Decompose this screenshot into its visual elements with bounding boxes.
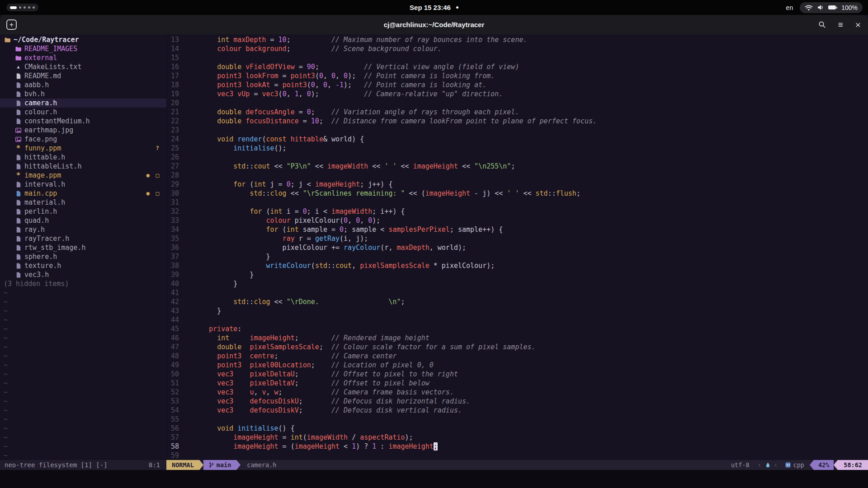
tree-item[interactable]: bvh.h bbox=[0, 89, 166, 99]
line-number: 30 bbox=[167, 189, 201, 198]
code-line[interactable]: 36 pixelColour += rayColour(r, maxDepth,… bbox=[167, 243, 868, 252]
line-number: 58 bbox=[167, 442, 201, 451]
tree-item[interactable]: earthmap.jpg bbox=[0, 126, 166, 135]
code-line[interactable]: 29 for (int j = 0; j < imageHeight; j++)… bbox=[167, 180, 868, 189]
code-line[interactable]: 57 imageHeight = int(imageWidth / aspect… bbox=[167, 433, 868, 442]
tree-item-label: material.h bbox=[24, 198, 65, 207]
tree-item-label: external bbox=[24, 53, 57, 62]
code-line[interactable]: 42 std::clog << "\rDone. \n"; bbox=[167, 297, 868, 306]
tree-item[interactable]: constantMedium.h bbox=[0, 117, 166, 126]
tree-item[interactable]: ~/Code/Raytracer bbox=[0, 35, 166, 44]
tree-item[interactable]: colour.h bbox=[0, 108, 166, 117]
line-number: 54 bbox=[167, 406, 201, 415]
code-line[interactable]: 27 std::cout << "P3\n" << imageWidth << … bbox=[167, 162, 868, 171]
tree-item[interactable]: vec3.h bbox=[0, 270, 166, 279]
line-number: 36 bbox=[167, 243, 201, 252]
code-line[interactable]: 20 bbox=[167, 99, 868, 108]
empty-line-tilde: ~ bbox=[0, 451, 166, 460]
tree-item[interactable]: rayTracer.h bbox=[0, 234, 166, 243]
code-line[interactable]: 52 vec3 u, v, w; // Camera frame basis v… bbox=[167, 388, 868, 397]
code-line[interactable]: 49 point3 pixel00Location; // Location o… bbox=[167, 361, 868, 370]
tree-item[interactable]: external bbox=[0, 53, 166, 62]
code-line[interactable]: 33 colour pixelColour(0, 0, 0); bbox=[167, 216, 868, 225]
tree-item[interactable]: interval.h bbox=[0, 180, 166, 189]
tree-item[interactable]: hittableList.h bbox=[0, 162, 166, 171]
code-line[interactable]: 17 point3 lookFrom = point3(0, 0, 0); //… bbox=[167, 71, 868, 80]
code-line[interactable]: 14 colour background; // Scene backgroun… bbox=[167, 44, 868, 53]
cursor-location: 58:62 bbox=[838, 460, 868, 470]
code-line[interactable]: 19 vec3 vUp = vec3(0, 1, 0); // Camera-r… bbox=[167, 89, 868, 99]
close-icon[interactable]: × bbox=[855, 19, 861, 30]
clock[interactable]: Sep 15 23:46 bbox=[410, 4, 451, 11]
line-number: 49 bbox=[167, 361, 201, 370]
code-line[interactable]: 22 double focusDistance = 10; // Distanc… bbox=[167, 117, 868, 126]
tree-item[interactable]: material.h bbox=[0, 198, 166, 207]
tree-item[interactable]: main.cpp● □ bbox=[0, 189, 166, 198]
code-line[interactable]: 58 imageHeight = (imageHeight < 1) ? 1 :… bbox=[167, 442, 868, 451]
system-status-pill[interactable]: 100% bbox=[800, 2, 863, 13]
keyboard-layout-indicator[interactable]: en bbox=[786, 4, 793, 11]
tree-item[interactable]: README.md bbox=[0, 71, 166, 80]
tree-item[interactable]: ray.h bbox=[0, 225, 166, 234]
code-line[interactable]: 53 vec3 defocusDiskU; // Defocus disk ho… bbox=[167, 397, 868, 406]
header-file-icon bbox=[14, 162, 22, 171]
code-line[interactable]: 41 bbox=[167, 288, 868, 297]
code-line[interactable]: 47 double pixelSamplesScale; // Colour s… bbox=[167, 343, 868, 352]
code-line[interactable]: 45 private: bbox=[167, 324, 868, 333]
code-line[interactable]: 50 vec3 pixelDeltaU; // Offset to pixel … bbox=[167, 370, 868, 379]
editor-pane[interactable]: 13 int maxDepth = 10; // Maximum number … bbox=[166, 34, 868, 460]
code-line[interactable]: 18 point3 lookAt = point3(0, 0, -1); // … bbox=[167, 80, 868, 89]
code-line[interactable]: 55 bbox=[167, 415, 868, 424]
code-line[interactable]: 32 for (int i = 0; i < imageWidth; i++) … bbox=[167, 207, 868, 216]
code-line[interactable]: 28 bbox=[167, 171, 868, 180]
tree-item[interactable]: *funny.ppm? bbox=[0, 144, 166, 153]
code-line[interactable]: 37 } bbox=[167, 252, 868, 261]
code-line[interactable]: 39 } bbox=[167, 270, 868, 279]
tree-item[interactable]: aabb.h bbox=[0, 80, 166, 89]
gnome-top-bar: Sep 15 23:46 en 100% bbox=[0, 0, 868, 15]
code-line[interactable]: 25 initialise(); bbox=[167, 144, 868, 153]
code-line[interactable]: 38 writeColour(std::cout, pixelSamplesSc… bbox=[167, 261, 868, 270]
code-line[interactable]: 40 } bbox=[167, 279, 868, 288]
code-line[interactable]: 26 bbox=[167, 153, 868, 162]
tree-item[interactable]: sphere.h bbox=[0, 252, 166, 261]
tree-item[interactable]: (3 hidden items) bbox=[0, 279, 166, 288]
tree-item[interactable]: texture.h bbox=[0, 261, 166, 270]
tree-item[interactable]: README_IMAGES bbox=[0, 44, 166, 53]
search-button[interactable] bbox=[818, 21, 826, 28]
code-line[interactable]: 24 void render(const hittable& world) { bbox=[167, 135, 868, 144]
code-line[interactable]: 21 double defocusAngle = 0; // Variation… bbox=[167, 108, 868, 117]
code-line[interactable]: 48 point3 centre; // Camera center bbox=[167, 352, 868, 361]
empty-line-tilde: ~ bbox=[0, 324, 166, 333]
code-line[interactable]: 13 int maxDepth = 10; // Maximum number … bbox=[167, 35, 868, 44]
tree-item[interactable]: quad.h bbox=[0, 216, 166, 225]
code-line[interactable]: 51 vec3 pixelDeltaV; // Offset to pixel … bbox=[167, 379, 868, 388]
tree-item[interactable]: face.png bbox=[0, 135, 166, 144]
tree-item[interactable]: *image.ppm● □ bbox=[0, 171, 166, 180]
code-line[interactable]: 44 bbox=[167, 315, 868, 324]
code-line[interactable]: 54 vec3 defocusDiskV; // Defocus disk ve… bbox=[167, 406, 868, 415]
code-line[interactable]: 30 std::clog << "\rScanlines remaining: … bbox=[167, 189, 868, 198]
code-line[interactable]: 56 void initialise() { bbox=[167, 424, 868, 433]
code-line[interactable]: 34 for (int sample = 0; sample < samples… bbox=[167, 225, 868, 234]
code-line[interactable]: 31 bbox=[167, 198, 868, 207]
workspace-indicator[interactable] bbox=[6, 4, 38, 11]
code-line[interactable]: 43 } bbox=[167, 306, 868, 315]
code-line[interactable]: 15 bbox=[167, 53, 868, 62]
tree-item[interactable]: camera.h bbox=[0, 99, 166, 108]
menu-icon[interactable]: ≡ bbox=[838, 20, 843, 30]
code-line[interactable]: 46 int imageHeight; // Rendered image he… bbox=[167, 333, 868, 343]
code-line[interactable]: 59 bbox=[167, 451, 868, 460]
code-line[interactable]: 16 double vFieldOfView = 90; // Vertical… bbox=[167, 62, 868, 71]
tree-item[interactable]: perlin.h bbox=[0, 207, 166, 216]
tree-item[interactable]: ▲CMakeLists.txt bbox=[0, 62, 166, 71]
code-line[interactable]: 35 ray r = getRay(i, j); bbox=[167, 234, 868, 243]
tree-item[interactable]: rtw_stb_image.h bbox=[0, 243, 166, 252]
new-tab-button[interactable]: + bbox=[6, 19, 17, 30]
tree-item[interactable]: hittable.h bbox=[0, 153, 166, 162]
code-line[interactable]: 23 bbox=[167, 126, 868, 135]
header-file-icon bbox=[14, 225, 22, 234]
tree-item-label: colour.h bbox=[24, 108, 57, 117]
line-number: 51 bbox=[167, 379, 201, 388]
neotree-statusline: neo-tree filesystem [1] [-] 8:1 bbox=[0, 460, 166, 470]
